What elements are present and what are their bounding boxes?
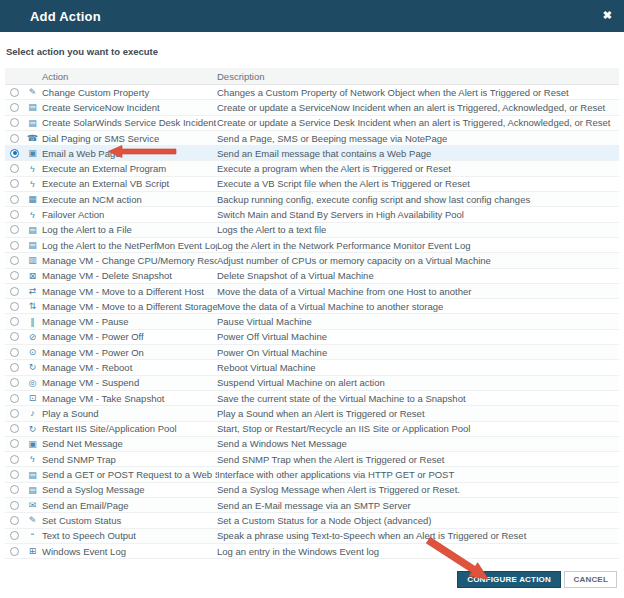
table-row[interactable]: ▣ Email a Web Page Send an Email message… <box>5 146 619 161</box>
snmp-trap-icon: ϟ <box>23 454 42 464</box>
table-row[interactable]: ✉ Send an Email/Page Send an E-Mail mess… <box>5 498 619 513</box>
action-description: Send a Page, SMS or Beeping message via … <box>217 133 619 144</box>
radio-button[interactable] <box>10 134 19 143</box>
radio-button[interactable] <box>10 501 19 510</box>
pause-icon: ∥ <box>23 317 42 327</box>
action-label: Manage VM - Pause <box>42 316 217 327</box>
action-description: Send a Windows Net Message <box>217 438 619 449</box>
table-row[interactable]: ☎ Dial Paging or SMS Service Send a Page… <box>5 131 619 146</box>
radio-button[interactable] <box>10 149 19 158</box>
action-description: Delete Snapshot of a Virtual Machine <box>217 270 619 281</box>
table-row[interactable]: ⊞ Windows Event Log Log an entry in the … <box>5 544 619 559</box>
radio-button[interactable] <box>10 179 19 188</box>
table-row[interactable]: ◎ Manage VM - Suspend Suspend Virtual Ma… <box>5 376 619 391</box>
action-label: Execute an External Program <box>42 163 217 174</box>
close-icon[interactable]: ✖ <box>603 7 612 23</box>
action-label: Manage VM - Take Snapshot <box>42 393 217 404</box>
radio-button[interactable] <box>10 332 19 341</box>
radio-button[interactable] <box>10 516 19 525</box>
table-row[interactable]: ✎ Change Custom Property Changes a Custo… <box>5 85 619 100</box>
table-row[interactable]: ▤ Create ServiceNow Incident Create or u… <box>5 100 619 115</box>
windows-event-log-icon: ⊞ <box>23 546 42 556</box>
table-row[interactable]: ⇅ Manage VM - Move to a Different Storag… <box>5 299 619 314</box>
table-row[interactable]: ▤ Log the Alert to a File Logs the Alert… <box>5 223 619 238</box>
radio-button[interactable] <box>10 118 19 127</box>
radio-button[interactable] <box>10 241 19 250</box>
radio-button[interactable] <box>10 531 19 540</box>
radio-button[interactable] <box>10 256 19 265</box>
table-row[interactable]: “ Text to Speech Output Speak a phrase u… <box>5 529 619 544</box>
action-label: Dial Paging or SMS Service <box>42 133 217 144</box>
radio-button[interactable] <box>10 225 19 234</box>
table-row[interactable]: ⊡ Manage VM - Take Snapshot Save the cur… <box>5 391 619 406</box>
action-label: Set Custom Status <box>42 515 217 526</box>
radio-button[interactable] <box>10 363 19 372</box>
action-label: Create ServiceNow Incident <box>42 102 217 113</box>
action-label: Manage VM - Move to a Different Storage <box>42 301 217 312</box>
radio-button[interactable] <box>10 210 19 219</box>
suspend-icon: ◎ <box>23 378 42 388</box>
table-row[interactable]: ✎ Set Custom Status Set a Custom Status … <box>5 513 619 528</box>
action-label: Windows Event Log <box>42 546 217 557</box>
action-description: Adjust number of CPUs or memory capacity… <box>217 255 619 266</box>
table-row[interactable]: ▤ Create SolarWinds Service Desk Inciden… <box>5 116 619 131</box>
table-row[interactable]: ♪ Play a Sound Play a Sound when an Aler… <box>5 406 619 421</box>
table-row[interactable]: ↻ Manage VM - Reboot Reboot Virtual Mach… <box>5 360 619 375</box>
radio-button[interactable] <box>10 164 19 173</box>
table-row[interactable]: ↻ Restart IIS Site/Application Pool Star… <box>5 422 619 437</box>
radio-button[interactable] <box>10 439 19 448</box>
action-label: Restart IIS Site/Application Pool <box>42 423 217 434</box>
table-row[interactable]: ϟ Failover Action Switch Main and Stand … <box>5 207 619 222</box>
radio-button[interactable] <box>10 424 19 433</box>
table-row[interactable]: ▤ Send a GET or POST Request to a Web Se… <box>5 467 619 482</box>
cancel-button[interactable]: CANCEL <box>564 571 617 588</box>
table-row[interactable]: ▦ Execute an NCM action Backup running c… <box>5 192 619 207</box>
radio-button[interactable] <box>10 103 19 112</box>
radio-button[interactable] <box>10 317 19 326</box>
action-label: Manage VM - Change CPU/Memory Resources <box>42 255 217 266</box>
radio-button[interactable] <box>10 378 19 387</box>
action-label: Manage VM - Suspend <box>42 377 217 388</box>
action-description: Interface with other applications via HT… <box>217 469 619 480</box>
table-row[interactable]: ▣ Send Net Message Send a Windows Net Me… <box>5 437 619 452</box>
pencil-icon: ✎ <box>23 87 42 97</box>
table-row[interactable]: ▤ Send a Syslog Message Send a Syslog Me… <box>5 483 619 498</box>
radio-button[interactable] <box>10 88 19 97</box>
table-row[interactable]: ⊙ Manage VM - Power On Power On Virtual … <box>5 345 619 360</box>
column-header-description: Description <box>217 71 619 82</box>
radio-button[interactable] <box>10 271 19 280</box>
action-label: Send a Syslog Message <box>42 484 217 495</box>
radio-button[interactable] <box>10 455 19 464</box>
radio-button[interactable] <box>10 348 19 357</box>
radio-button[interactable] <box>10 302 19 311</box>
radio-button[interactable] <box>10 409 19 418</box>
radio-button[interactable] <box>10 287 19 296</box>
action-description: Create or update a Service Desk Incident… <box>217 117 619 128</box>
action-label: Log the Alert to the NetPerfMon Event Lo… <box>42 240 217 251</box>
dialog-titlebar: Add Action ✖ <box>0 0 624 32</box>
ncm-action-icon: ▦ <box>23 194 42 204</box>
table-row[interactable]: ϟ Execute an External Program Execute a … <box>5 161 619 176</box>
radio-button[interactable] <box>10 195 19 204</box>
table-row[interactable]: ϟ Send SNMP Trap Send SNMP Trap when the… <box>5 452 619 467</box>
table-row[interactable]: ▥ Manage VM - Change CPU/Memory Resource… <box>5 253 619 268</box>
move-storage-icon: ⇅ <box>23 301 42 311</box>
action-description: Send an E-Mail message via an SMTP Serve… <box>217 500 619 511</box>
table-row[interactable]: ⊘ Manage VM - Power Off Power Off Virtua… <box>5 330 619 345</box>
instruction-text: Select action you want to execute <box>6 46 158 57</box>
radio-button[interactable] <box>10 394 19 403</box>
table-row[interactable]: ⇄ Manage VM - Move to a Different Host M… <box>5 284 619 299</box>
table-row[interactable]: ▤ Log the Alert to the NetPerfMon Event … <box>5 238 619 253</box>
action-label: Manage VM - Power On <box>42 347 217 358</box>
radio-button[interactable] <box>10 547 19 556</box>
service-desk-incident-icon: ▤ <box>23 118 42 128</box>
action-description: Backup running config, execute config sc… <box>217 194 619 205</box>
radio-button[interactable] <box>10 485 19 494</box>
table-row[interactable]: ϟ Execute an External VB Script Execute … <box>5 177 619 192</box>
radio-button[interactable] <box>10 470 19 479</box>
table-row[interactable]: ∥ Manage VM - Pause Pause Virtual Machin… <box>5 314 619 329</box>
column-header-action: Action <box>42 71 217 82</box>
table-row[interactable]: ⊠ Manage VM - Delete Snapshot Delete Sna… <box>5 269 619 284</box>
net-message-icon: ▣ <box>23 439 42 449</box>
action-description: Switch Main and Stand By Servers in High… <box>217 209 619 220</box>
